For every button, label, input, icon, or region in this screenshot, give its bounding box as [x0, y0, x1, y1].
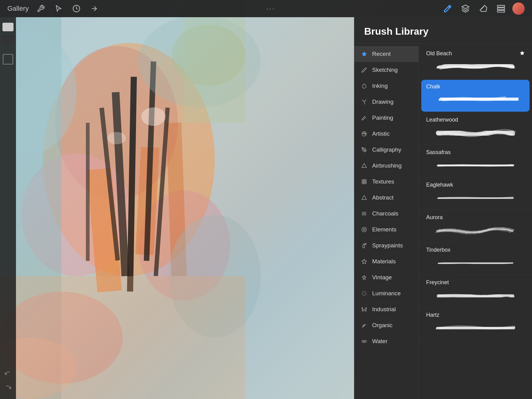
category-item-luminance[interactable]: Luminance: [354, 285, 418, 301]
category-item-organic[interactable]: Organic: [354, 317, 418, 333]
luminance-category-icon: [360, 290, 368, 297]
wrench-icon[interactable]: [35, 3, 47, 14]
charcoals-category-icon: [360, 210, 368, 217]
svg-marker-52: [520, 51, 524, 55]
layers-tool-icon[interactable]: [495, 2, 507, 15]
svg-rect-12: [86, 123, 90, 261]
category-item-materials[interactable]: Materials: [354, 254, 418, 269]
brush-name-eaglehawk: Eaglehawk: [426, 182, 453, 188]
category-item-vintage[interactable]: Vintage: [354, 269, 418, 285]
category-label-inking: Inking: [372, 83, 388, 89]
selection-tool[interactable]: [3, 54, 13, 64]
category-item-textures[interactable]: Textures: [354, 174, 418, 190]
dots-icon[interactable]: ···: [266, 4, 275, 14]
svg-point-49: [366, 244, 366, 245]
redo-button[interactable]: [2, 382, 14, 394]
category-item-industrial[interactable]: Industrial: [354, 301, 418, 317]
sketching-category-icon: [360, 66, 368, 74]
brush-item-sassafras[interactable]: Sassafras: [419, 145, 532, 177]
brush-item-chalk[interactable]: Chalk: [421, 80, 530, 112]
inking-category-icon: [360, 82, 368, 90]
category-label-abstract: Abstract: [372, 194, 394, 201]
brush-item-aurora[interactable]: Aurora: [419, 211, 532, 242]
brush-library-content: RecentSketchingInkingDrawingPaintingArti…: [354, 44, 532, 399]
brush-name-leatherwood: Leatherwood: [426, 117, 458, 123]
category-label-luminance: Luminance: [372, 290, 401, 297]
category-item-drawing[interactable]: Drawing: [354, 94, 418, 110]
airbrushing-category-icon: [360, 162, 368, 169]
category-label-airbrushing: Airbrushing: [372, 162, 402, 169]
brush-name-hartz: Hartz: [426, 312, 439, 318]
brush-item-tinderbox[interactable]: Tinderbox: [419, 243, 532, 275]
category-item-inking[interactable]: Inking: [354, 78, 418, 94]
svg-marker-30: [362, 52, 367, 56]
brush-stroke-eaglehawk: [426, 190, 525, 206]
arrow-icon[interactable]: [88, 3, 100, 14]
svg-point-20: [141, 107, 166, 126]
svg-point-34: [365, 133, 365, 134]
vintage-category-icon: [360, 274, 368, 281]
category-item-spraypaints[interactable]: Spraypaints: [354, 238, 418, 254]
user-avatar[interactable]: [512, 2, 525, 15]
brush-tool-icon[interactable]: [441, 2, 454, 15]
svg-point-35: [365, 134, 365, 134]
svg-rect-29: [497, 10, 504, 12]
brush-item-eaglehawk[interactable]: Eaglehawk: [419, 178, 532, 210]
brush-item-old-beach[interactable]: Old Beach: [419, 47, 532, 79]
svg-point-31: [362, 132, 367, 136]
category-item-airbrushing[interactable]: Airbrushing: [354, 158, 418, 174]
undo-button[interactable]: [2, 368, 14, 380]
brush-stroke-tinderbox: [426, 255, 525, 271]
topbar-left: Gallery: [7, 3, 100, 14]
abstract-category-icon: [360, 194, 368, 201]
artistic-category-icon: [360, 130, 368, 138]
category-label-calligraphy: Calligraphy: [372, 146, 401, 153]
category-item-water[interactable]: Water: [354, 333, 418, 349]
category-item-artistic[interactable]: Artistic: [354, 126, 418, 142]
category-label-drawing: Drawing: [372, 99, 394, 105]
category-item-abstract[interactable]: Abstract: [354, 190, 418, 206]
elements-category-icon: [360, 226, 368, 233]
brush-list: Old Beach Chalk Leatherwood Sassafras Ea…: [419, 44, 532, 399]
recent-category-icon: [360, 50, 368, 58]
spraypaints-category-icon: [360, 242, 368, 249]
category-label-spraypaints: Spraypaints: [372, 242, 403, 249]
brush-stroke-chalk: [426, 92, 525, 108]
svg-marker-51: [362, 275, 366, 280]
brush-item-freycinet[interactable]: Freycinet: [419, 276, 532, 308]
topbar-center: ···: [266, 4, 275, 14]
svg-marker-39: [362, 196, 367, 200]
category-item-painting[interactable]: Painting: [354, 110, 418, 126]
painting-category-icon: [360, 114, 368, 122]
eraser-tool-icon[interactable]: [477, 2, 490, 15]
brush-favorite-old-beach[interactable]: [520, 51, 525, 57]
brush-item-leatherwood[interactable]: Leatherwood: [419, 113, 532, 145]
color-swatch-primary[interactable]: [2, 23, 13, 31]
brush-name-sassafras: Sassafras: [426, 149, 451, 156]
svg-rect-38: [362, 180, 366, 184]
industrial-category-icon: [360, 306, 368, 313]
category-item-elements[interactable]: Elements: [354, 222, 418, 238]
smudge-tool-icon[interactable]: [459, 2, 472, 15]
category-item-charcoals[interactable]: Charcoals: [354, 206, 418, 222]
svg-marker-37: [362, 164, 367, 168]
category-label-elements: Elements: [372, 226, 396, 233]
category-label-materials: Materials: [372, 258, 396, 265]
category-label-recent: Recent: [372, 51, 391, 57]
color-swatch-secondary[interactable]: [2, 35, 13, 44]
category-item-calligraphy[interactable]: Calligraphy: [354, 142, 418, 158]
brush-library-panel: Brush Library RecentSketchingInkingDrawi…: [354, 17, 532, 399]
gallery-button[interactable]: Gallery: [7, 5, 29, 13]
brush-stroke-leatherwood: [426, 125, 525, 141]
category-label-charcoals: Charcoals: [372, 210, 399, 217]
stylus-icon[interactable]: [71, 3, 82, 14]
brush-stroke-sassafras: [426, 157, 525, 173]
materials-category-icon: [360, 258, 368, 265]
brush-name-old-beach: Old Beach: [426, 50, 452, 57]
svg-rect-27: [497, 6, 504, 7]
category-item-recent[interactable]: Recent: [354, 46, 418, 62]
cursor-icon[interactable]: [53, 3, 64, 14]
brush-item-hartz[interactable]: Hartz: [419, 308, 532, 340]
category-item-sketching[interactable]: Sketching: [354, 62, 418, 78]
water-category-icon: [360, 338, 368, 345]
